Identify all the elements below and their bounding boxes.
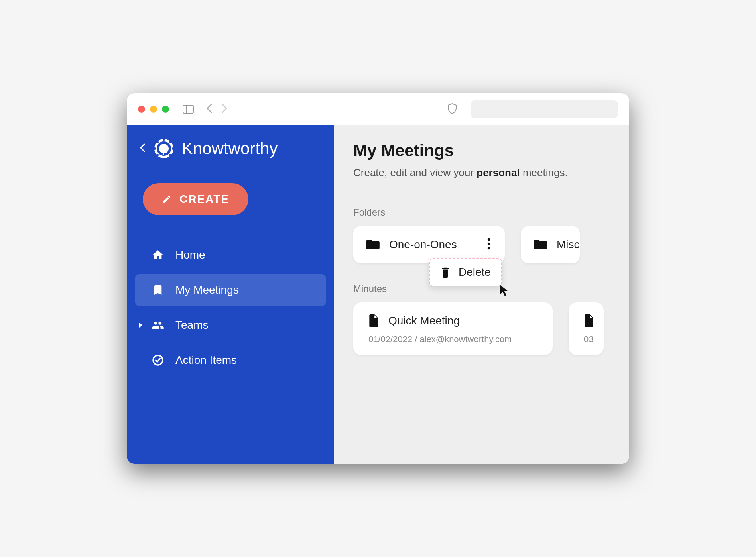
trash-icon: [440, 266, 451, 278]
nav-item-teams[interactable]: Teams: [135, 309, 326, 341]
brand-name: Knowtworthy: [182, 139, 278, 158]
maximize-window-button[interactable]: [162, 106, 169, 113]
nav-label-teams: Teams: [175, 319, 208, 331]
folder-card-one-on-ones[interactable]: One-on-Ones Delete: [353, 226, 505, 263]
folder-context-menu: Delete: [429, 258, 502, 286]
svg-point-14: [488, 243, 490, 245]
brand-row: Knowtworthy: [135, 138, 326, 175]
forward-button[interactable]: [219, 101, 230, 117]
main-content: My Meetings Create, edit and view your p…: [334, 125, 629, 464]
minutes-row: Quick Meeting 01/02/2022 / alex@knowtwor…: [353, 302, 613, 355]
home-icon: [152, 249, 164, 261]
close-window-button[interactable]: [138, 106, 145, 113]
folder-icon: [534, 239, 547, 250]
svg-point-9: [156, 154, 159, 156]
folder-row: One-on-Ones Delete: [353, 226, 613, 263]
folders-section-label: Folders: [353, 207, 613, 218]
svg-rect-0: [183, 105, 193, 113]
minimize-window-button[interactable]: [150, 106, 157, 113]
kebab-icon: [487, 238, 490, 250]
people-icon: [152, 319, 164, 331]
document-icon: [368, 314, 379, 327]
svg-point-5: [163, 138, 165, 141]
svg-point-7: [172, 147, 174, 150]
caret-right-icon: [137, 322, 144, 328]
nav-item-home[interactable]: Home: [135, 239, 326, 271]
minute-meta: 03: [584, 334, 604, 345]
nav-item-my-meetings[interactable]: My Meetings: [135, 274, 326, 306]
minute-card-quick-meeting[interactable]: Quick Meeting 01/02/2022 / alex@knowtwor…: [353, 302, 553, 355]
svg-point-10: [154, 147, 156, 150]
subtitle-suffix: meetings.: [520, 167, 568, 178]
subtitle-bold: personal: [476, 167, 520, 178]
folder-kebab-button[interactable]: [486, 236, 492, 253]
nav-label-my-meetings: My Meetings: [175, 284, 239, 296]
app-body: Knowtworthy CREATE Home: [127, 125, 629, 464]
page-title: My Meetings: [353, 141, 613, 160]
svg-point-11: [156, 141, 159, 143]
subtitle-prefix: Create, edit and view your: [353, 167, 476, 178]
check-circle-icon: [152, 354, 164, 367]
nav-label-home: Home: [175, 249, 205, 261]
cursor-icon: [499, 284, 510, 297]
window-controls: [138, 106, 169, 113]
svg-point-8: [169, 154, 171, 156]
nav-label-action-items: Action Items: [175, 354, 237, 367]
create-button-label: CREATE: [179, 193, 229, 206]
sidebar: Knowtworthy CREATE Home: [127, 125, 334, 464]
browser-window: Knowtworthy CREATE Home: [127, 93, 629, 464]
page-subtitle: Create, edit and view your personal meet…: [353, 167, 613, 179]
minute-title: Quick Meeting: [388, 314, 460, 327]
folder-label: One-on-Ones: [389, 238, 476, 251]
titlebar: [127, 93, 629, 125]
svg-point-15: [488, 247, 490, 249]
nav-item-action-items[interactable]: Action Items: [135, 344, 326, 376]
minute-meta: 01/02/2022 / alex@knowtworthy.com: [368, 334, 537, 345]
bookmark-icon: [152, 284, 164, 296]
delete-menu-item[interactable]: Delete: [459, 266, 491, 278]
folder-card-misc[interactable]: Misc: [521, 226, 580, 263]
brand-logo-icon: [153, 138, 175, 159]
pencil-icon: [162, 194, 171, 204]
minute-card-partial[interactable]: 03: [569, 302, 604, 355]
svg-point-6: [169, 141, 171, 143]
create-button[interactable]: CREATE: [143, 183, 248, 215]
document-icon: [584, 314, 594, 327]
shield-icon[interactable]: [447, 103, 457, 116]
folder-icon: [366, 239, 380, 250]
nav-list: Home My Meetings Teams: [135, 239, 326, 376]
back-button[interactable]: [204, 101, 215, 117]
sidebar-toggle-icon[interactable]: [183, 105, 194, 114]
svg-point-4: [159, 144, 169, 153]
svg-point-13: [488, 238, 490, 241]
folder-label: Misc: [557, 238, 580, 251]
nav-arrows: [204, 101, 230, 117]
url-bar[interactable]: [471, 100, 618, 118]
sidebar-back-button[interactable]: [140, 143, 146, 154]
